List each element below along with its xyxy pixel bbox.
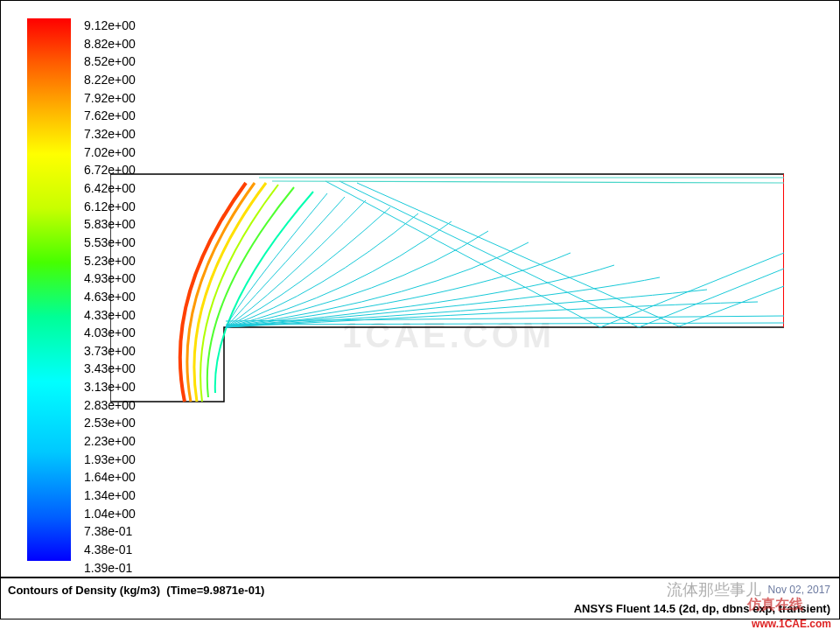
legend-tick: 1.93e+00 [84, 451, 136, 469]
legend-tick: 7.32e+00 [84, 125, 136, 144]
legend-tick: 6.12e+00 [84, 198, 136, 216]
date-label: Nov 02, 2017 [768, 584, 830, 596]
watermark-center: 1CAE.COM [342, 316, 555, 355]
legend-tick: 4.03e+00 [84, 324, 136, 342]
legend-tick: 7.92e+00 [84, 89, 136, 108]
legend-values: 9.12e+008.82e+008.52e+008.22e+007.92e+00… [84, 17, 136, 577]
legend-tick: 8.82e+00 [84, 35, 136, 53]
legend-tick: 3.73e+00 [84, 342, 136, 360]
legend-tick: 4.63e+00 [84, 288, 136, 306]
legend-tick: 4.33e+00 [84, 306, 136, 325]
legend-tick: 1.64e+00 [84, 468, 136, 486]
legend-tick: 8.22e+00 [84, 71, 136, 89]
legend-tick: 1.04e+00 [84, 505, 136, 523]
legend-tick: 7.62e+00 [84, 107, 136, 125]
legend-tick: 1.34e+00 [84, 486, 136, 505]
legend-tick: 5.53e+00 [84, 234, 136, 252]
legend-tick: 3.13e+00 [84, 378, 136, 396]
svg-rect-0 [27, 18, 71, 561]
watermark-red: 仿真在线 [747, 596, 803, 614]
legend-tick: 2.23e+00 [84, 432, 136, 451]
legend-tick: 1.39e-01 [84, 559, 136, 578]
legend-tick: 5.23e+00 [84, 252, 136, 270]
legend-tick: 3.43e+00 [84, 360, 136, 378]
contour-plot [110, 165, 784, 410]
legend-colorbar [27, 18, 71, 561]
plot-frame: 9.12e+008.82e+008.52e+008.22e+007.92e+00… [0, 0, 840, 578]
plot-title: Contours of Density (kg/m3) (Time=9.9871… [8, 584, 264, 597]
legend-tick: 7.38e-01 [84, 522, 136, 541]
legend-tick: 7.02e+00 [84, 144, 136, 162]
legend-tick: 8.52e+00 [84, 52, 136, 71]
legend-tick: 6.72e+00 [84, 161, 136, 179]
legend-tick: 2.53e+00 [84, 414, 136, 432]
legend-tick: 2.83e+00 [84, 396, 136, 415]
legend-tick: 6.42e+00 [84, 179, 136, 198]
legend-tick: 4.93e+00 [84, 270, 136, 288]
legend-tick: 4.38e-01 [84, 541, 136, 559]
legend-tick: 5.83e+00 [84, 215, 136, 234]
watermark-site: www.1CAE.com [752, 618, 831, 630]
legend-tick: 9.12e+00 [84, 17, 136, 35]
